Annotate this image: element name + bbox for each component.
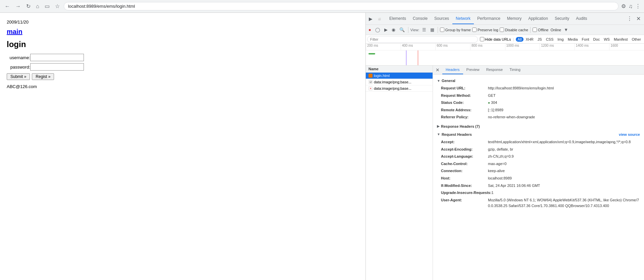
filter-type-doc[interactable]: Doc <box>592 37 602 42</box>
view-source-link[interactable]: view source <box>619 132 640 136</box>
filter-type-img[interactable]: Img <box>556 37 565 42</box>
tab-audits[interactable]: Audits <box>573 13 590 24</box>
hide-data-urls-text: Hide data URLs <box>485 37 511 41</box>
filter-btn[interactable]: ◉ <box>390 27 397 33</box>
request-method-key: Request Method: <box>441 93 488 99</box>
request-headers-section-header[interactable]: Request Headers view source <box>437 131 640 138</box>
view-list-btn[interactable]: ☰ <box>421 27 428 33</box>
filter-type-all[interactable]: All <box>516 37 523 42</box>
hide-data-urls-label[interactable]: Hide data URLs <box>480 37 511 41</box>
request-item-login[interactable]: login.html <box>366 73 433 79</box>
tick-1600: 1600 <box>609 44 644 50</box>
regist-button[interactable]: Regist » <box>32 73 54 80</box>
group-by-frame-label[interactable]: Group by frame <box>440 28 471 32</box>
request-headers-section-body: Accept: text/html,application/xhtml+xml,… <box>437 138 640 212</box>
disable-cache-label[interactable]: Disable cache <box>500 28 528 32</box>
filter-input[interactable] <box>367 36 478 43</box>
tab-elements[interactable]: Elements <box>386 13 409 24</box>
upgrade-insecure-row: Upgrade-Insecure-Requests: 1 <box>441 190 640 196</box>
remote-address-key: Remote Address: <box>441 107 488 113</box>
detail-close-btn[interactable]: ✕ <box>433 66 442 74</box>
tab-console[interactable]: Console <box>409 13 431 24</box>
devtools-topbar: ▶ ◽ Elements Console Sources Network Per… <box>366 13 644 25</box>
detail-panel: ✕ Headers Preview Response Timing Genera… <box>433 66 644 280</box>
response-headers-title: Response Headers (7) <box>441 124 480 128</box>
home-button[interactable]: ⌂ <box>35 3 41 10</box>
devtools-close-btn[interactable]: ✕ <box>634 14 643 23</box>
back-button[interactable]: ← <box>3 3 11 10</box>
main-link[interactable]: main <box>7 28 359 36</box>
accept-val: text/html,application/xhtml+xml,applicat… <box>488 139 631 145</box>
star-button[interactable]: ☆ <box>54 2 61 10</box>
tab-performance[interactable]: Performance <box>474 13 504 24</box>
hide-data-urls-checkbox[interactable] <box>480 37 484 41</box>
referrer-policy-key: Referrer Policy: <box>441 114 488 120</box>
tab-security[interactable]: Security <box>551 13 573 24</box>
filter-type-ws[interactable]: WS <box>602 37 611 42</box>
detail-content: General Request URL: http://localhost:89… <box>433 75 644 280</box>
offline-label-group[interactable]: Offline <box>533 28 549 32</box>
tick-1000: 1000 ms <box>505 44 540 50</box>
html-icon <box>368 74 373 78</box>
timeline-marker-red <box>418 50 418 66</box>
detail-tab-preview[interactable]: Preview <box>463 66 483 74</box>
filter-type-css[interactable]: CSS <box>544 37 555 42</box>
browser-chrome: ← → ↻ ⌂ ▭ ☆ ⚙ ♫ ⋮ <box>0 0 644 13</box>
camera-btn[interactable]: ▶ <box>383 27 389 33</box>
username-label: username: <box>7 55 30 60</box>
reload-button[interactable]: ↻ <box>25 2 32 10</box>
response-headers-section-header[interactable]: Response Headers (7) <box>437 123 640 130</box>
devtools-panel: ▶ ◽ Elements Console Sources Network Per… <box>365 13 644 280</box>
if-modified-since-val: Sat, 24 Apr 2021 16:06:46 GMT <box>488 183 540 189</box>
devtools-more-icon[interactable]: ⋮ <box>625 14 634 23</box>
forward-button[interactable]: → <box>14 3 22 10</box>
detail-tab-response[interactable]: Response <box>483 66 506 74</box>
filter-type-js[interactable]: JS <box>536 37 544 42</box>
disable-cache-checkbox[interactable] <box>500 28 504 32</box>
filter-type-other[interactable]: Other <box>630 37 643 42</box>
general-arrow-icon <box>437 79 440 83</box>
clear-btn[interactable]: ◯ <box>374 27 382 33</box>
connection-val: keep-alive <box>488 168 505 174</box>
request-item-img1[interactable]: ☑ data:image/png;base... <box>366 79 433 85</box>
user-agent-val: Mozilla/5.0 (Windows NT 6.1; WOW64) Appl… <box>488 197 640 209</box>
referrer-policy-row: Referrer Policy: no-referrer-when-downgr… <box>441 114 640 120</box>
group-by-frame-checkbox[interactable] <box>440 28 444 32</box>
tab-memory[interactable]: Memory <box>504 13 525 24</box>
filter-type-font[interactable]: Font <box>580 37 591 42</box>
accept-encoding-row: Accept-Encoding: gzip, deflate, br <box>441 147 640 153</box>
username-input[interactable] <box>30 54 84 61</box>
filter-bar: Hide data URLs | All XHR JS CSS Img Medi… <box>366 35 644 44</box>
tab-sources[interactable]: Sources <box>431 13 452 24</box>
offline-checkbox[interactable] <box>533 28 537 32</box>
request-item-img2[interactable]: ✕ data:image/png;base... <box>366 85 433 92</box>
filter-type-xhr[interactable]: XHR <box>524 37 535 42</box>
submit-button[interactable]: Submit » <box>7 73 30 80</box>
disable-cache-text: Disable cache <box>505 28 528 32</box>
password-row: password: <box>7 63 359 71</box>
general-section-header[interactable]: General <box>437 77 640 84</box>
detail-tab-headers[interactable]: Headers <box>442 66 463 74</box>
search-btn[interactable]: 🔍 <box>398 27 406 33</box>
content-area: 2009/11/20 main login username: password… <box>0 13 644 280</box>
inspect-icon-btn[interactable]: ▶ <box>367 15 374 23</box>
tab-network[interactable]: Network <box>452 13 474 24</box>
detail-tab-timing[interactable]: Timing <box>506 66 524 74</box>
device-toolbar-btn[interactable]: ◽ <box>375 15 384 23</box>
form-buttons: Submit » Regist » <box>7 73 359 80</box>
filter-type-media[interactable]: Media <box>566 37 580 42</box>
view-waterfall-btn[interactable]: ▦ <box>429 27 436 33</box>
user-agent-row: User-Agent: Mozilla/5.0 (Windows NT 6.1;… <box>441 197 640 209</box>
upgrade-insecure-val: 1 <box>491 190 493 196</box>
timeline-ruler: 200 ms 400 ms 600 ms 800 ms 1000 ms 1200… <box>366 44 644 50</box>
bookmarks-button[interactable]: ▭ <box>43 2 51 10</box>
preserve-log-label[interactable]: Preserve log <box>472 28 498 32</box>
throttle-dropdown-btn[interactable]: ▼ <box>562 27 569 33</box>
tab-application[interactable]: Application <box>525 13 551 24</box>
password-input[interactable] <box>30 63 84 71</box>
toolbar-sep-1 <box>408 27 408 33</box>
preserve-log-checkbox[interactable] <box>472 28 477 32</box>
address-bar[interactable] <box>64 2 618 10</box>
filter-type-manifest[interactable]: Manifest <box>612 37 630 42</box>
record-btn[interactable]: ● <box>367 27 373 33</box>
